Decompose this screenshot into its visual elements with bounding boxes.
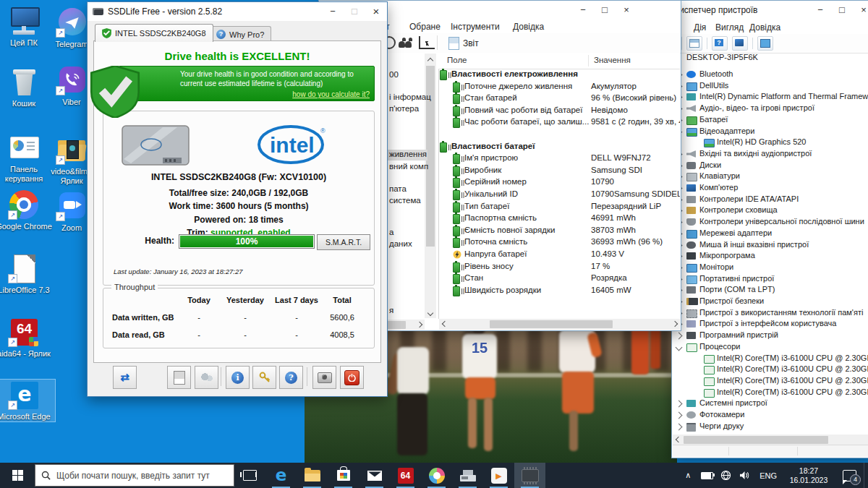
minimize-button[interactable]: − xyxy=(572,1,594,18)
scroll-down-icon[interactable] xyxy=(425,307,436,318)
device-tree-item[interactable]: Контролери універсальної послідовної шин… xyxy=(672,217,868,228)
table-row[interactable]: Час роботи батареї, що залиш...9581 с (2… xyxy=(438,116,680,129)
report-button[interactable]: Звіт xyxy=(443,35,485,51)
menu-favorites[interactable]: Обране xyxy=(409,22,441,32)
device-tree-item[interactable]: Пристрої з використанням технології пам'… xyxy=(672,308,868,319)
taskbar-app-store[interactable] xyxy=(328,463,359,488)
scroll-left-icon[interactable] xyxy=(673,435,684,445)
battery-icon[interactable] xyxy=(697,463,716,488)
about-button[interactable]: i xyxy=(226,366,250,389)
scroll-right-icon[interactable] xyxy=(414,320,425,330)
menu-action[interactable]: Дія xyxy=(694,22,706,33)
taskbar-app-edge[interactable]: e xyxy=(265,463,297,488)
column-value[interactable]: Значення xyxy=(594,56,631,64)
menu-tools[interactable]: Інструменти xyxy=(451,22,500,32)
taskbar-app-player[interactable] xyxy=(483,463,514,488)
smart-button[interactable]: S.M.A.R.T. xyxy=(317,234,370,250)
exit-button[interactable] xyxy=(340,366,364,389)
device-tree-item[interactable]: Відеоадаптери xyxy=(672,127,868,137)
chevron-down-icon[interactable] xyxy=(676,344,683,351)
device-tree-item[interactable]: Контролери сховища xyxy=(672,205,868,216)
device-manager-titlebar[interactable]: Диспетчер пристроїв − □ × xyxy=(672,1,868,20)
device-tree-item[interactable]: Програмний пристрій xyxy=(672,330,868,341)
menu-help[interactable]: Довідка xyxy=(749,22,780,33)
scan-hardware-icon[interactable] xyxy=(732,36,748,51)
table-row[interactable]: Стан батарей96 % (Високий рівень) xyxy=(438,93,680,105)
menu-view[interactable]: Вигляд xyxy=(715,22,744,33)
nav-item-fragment[interactable]: пата xyxy=(389,184,407,193)
volume-icon[interactable] xyxy=(735,463,754,488)
device-tree-item[interactable]: Intel(R) Core(TM) i3-6100U CPU @ 2.30GHz xyxy=(672,388,868,398)
menu-help[interactable]: Довідка xyxy=(513,22,544,32)
tray-chevron-icon[interactable]: ∧ xyxy=(678,463,697,488)
device-tree-item[interactable]: Батареї xyxy=(672,115,868,126)
chart-icon[interactable] xyxy=(419,36,435,49)
nav-item-fragment[interactable]: я xyxy=(389,306,393,314)
device-tree-item[interactable]: Портативні пристрої xyxy=(672,274,868,285)
table-row[interactable]: Поточне джерело живленняАкумулятор xyxy=(438,81,680,93)
table-row[interactable]: Рівень зносу17 % xyxy=(438,261,680,273)
device-tree-item[interactable]: Intel(R) Dynamic Platform and Thermal Fr… xyxy=(672,92,868,103)
table-row[interactable]: СтанРозрядка xyxy=(438,273,680,285)
device-tree-item[interactable]: Черги друку xyxy=(672,421,868,432)
scroll-thumb[interactable] xyxy=(684,436,828,444)
device-tree-item[interactable]: Мережеві адаптери xyxy=(672,228,868,239)
aida64-hscrollbar[interactable] xyxy=(439,319,680,330)
device-manager-hscrollbar[interactable] xyxy=(673,435,868,445)
device-tree-item[interactable]: Intel(R) Core(TM) i3-6100U CPU @ 2.30GHz xyxy=(672,354,868,364)
nav-item-fragment[interactable]: живлення xyxy=(389,150,427,158)
nav-item-fragment[interactable]: система xyxy=(389,196,421,205)
device-tree-item[interactable]: Аудіо-, відео- та ігрові пристрої xyxy=(672,103,868,114)
table-row[interactable]: Напруга батареї10.493 V xyxy=(438,249,680,261)
table-row[interactable]: Повний час роботи від батареїНевідомо xyxy=(438,105,680,117)
ssdlife-titlebar[interactable]: SSDLife Free - version 2.5.82 − □ × xyxy=(88,2,387,21)
chevron-right-icon[interactable] xyxy=(676,333,683,340)
scroll-right-icon[interactable] xyxy=(669,319,680,330)
table-section-header[interactable]: Властивості електроживлення xyxy=(438,69,680,81)
nav-item-fragment[interactable]: даних xyxy=(389,239,412,248)
device-tree-item[interactable]: Контролери IDE ATA/ATAPI xyxy=(672,194,868,205)
scroll-right-icon[interactable] xyxy=(863,435,868,445)
device-tree-item[interactable]: Intel(R) Core(TM) i3-6100U CPU @ 2.30GHz xyxy=(672,364,868,375)
device-tree-item[interactable]: Комп'ютер xyxy=(672,183,868,194)
table-row[interactable]: Тип батареїПерезарядний LiP xyxy=(438,201,680,213)
network-icon[interactable] xyxy=(716,463,735,488)
device-tree-item[interactable]: DESKTOP-3IP5F6K xyxy=(672,53,868,64)
close-button[interactable]: × xyxy=(365,2,387,20)
device-tree-item[interactable]: Порти (COM та LPT) xyxy=(672,285,868,296)
device-tree-item[interactable]: Intel(R) HD Graphics 520 xyxy=(672,137,868,148)
scroll-left-icon[interactable] xyxy=(439,319,450,330)
users-icon[interactable] xyxy=(399,36,413,48)
show-desktop-button[interactable] xyxy=(864,463,868,488)
report-button[interactable] xyxy=(167,366,191,389)
table-row[interactable]: Паспортна ємність46991 mWh xyxy=(438,213,680,225)
nav-item-fragment[interactable]: а xyxy=(389,228,393,236)
taskbar-app-folder[interactable] xyxy=(297,463,328,488)
device-tree-item[interactable]: Мікропрограма xyxy=(672,251,868,262)
desktop-icon-aida64[interactable]: 64↗aida64 - Ярлик xyxy=(0,317,55,359)
minimize-button[interactable]: − xyxy=(322,2,344,20)
desktop-icon-edge[interactable]: e↗Microsoft Edge xyxy=(0,380,55,421)
nav-item-fragment[interactable]: вний комп xyxy=(389,162,428,171)
device-tree-item[interactable]: Миша й інші вказівні пристрої xyxy=(672,240,868,251)
device-tree-item[interactable]: Bluetooth xyxy=(672,69,868,80)
language-indicator[interactable]: ENG xyxy=(754,471,783,480)
taskbar-app-paint[interactable] xyxy=(421,463,452,488)
taskbar-app-fax[interactable] xyxy=(452,463,483,488)
refresh-button[interactable]: ⇄ xyxy=(113,366,137,389)
scroll-thumb[interactable] xyxy=(490,320,613,328)
close-button[interactable]: × xyxy=(853,1,868,18)
table-row[interactable]: Швидкість розрядки16405 mW xyxy=(438,285,680,297)
start-button[interactable] xyxy=(0,463,35,488)
maximize-button[interactable]: □ xyxy=(594,1,616,18)
device-tree-item[interactable]: Пристрої безпеки xyxy=(672,296,868,307)
clock[interactable]: 18:27 16.01.2023 xyxy=(783,466,835,484)
nav-item-fragment[interactable]: і інформац xyxy=(389,93,431,101)
update-driver-icon[interactable] xyxy=(757,36,773,51)
help-icon[interactable]: ? xyxy=(712,36,728,51)
device-tree-item[interactable]: Системні пристрої xyxy=(672,398,868,409)
close-button[interactable]: × xyxy=(616,1,637,18)
maximize-button[interactable]: □ xyxy=(344,2,365,20)
device-tree-item[interactable]: Фотокамери xyxy=(672,410,868,421)
scroll-up-icon[interactable] xyxy=(425,53,436,64)
